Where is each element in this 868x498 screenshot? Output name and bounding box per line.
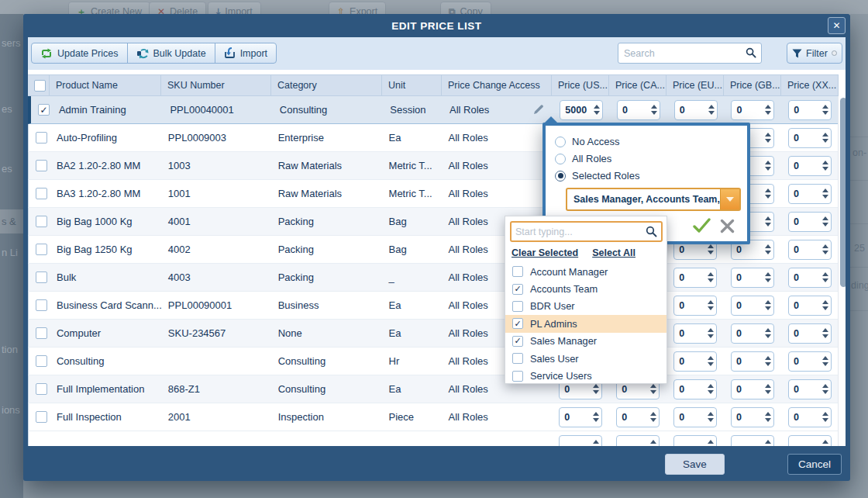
spinner-arrows-icon[interactable] xyxy=(706,105,717,115)
column-header[interactable]: Price Change Access xyxy=(442,75,552,95)
role-checkbox[interactable]: ✓ xyxy=(512,336,523,347)
spinner-arrows-icon[interactable] xyxy=(648,384,659,394)
spinner-arrows-icon[interactable] xyxy=(763,300,773,310)
spinner-arrows-icon[interactable] xyxy=(591,105,602,115)
price-input[interactable]: 5000 xyxy=(560,100,603,120)
price-input[interactable]: 0 xyxy=(731,379,774,399)
price-input[interactable]: 0 xyxy=(788,100,832,120)
spinner-arrows-icon[interactable] xyxy=(591,412,601,422)
row-checkbox[interactable] xyxy=(36,244,47,255)
price-input[interactable] xyxy=(673,435,717,447)
spinner-arrows-icon[interactable] xyxy=(763,328,773,338)
spinner-arrows-icon[interactable] xyxy=(763,384,773,394)
role-checkbox[interactable] xyxy=(512,353,523,364)
column-header[interactable]: Price (XX... xyxy=(781,75,839,95)
filter-button[interactable]: Filter xyxy=(787,43,842,64)
spinner-arrows-icon[interactable] xyxy=(705,384,716,394)
row-checkbox[interactable] xyxy=(36,327,47,339)
role-checkbox[interactable]: ✓ xyxy=(512,284,523,295)
spinner-arrows-icon[interactable] xyxy=(763,216,773,227)
spinner-arrows-icon[interactable] xyxy=(763,272,773,282)
spinner-arrows-icon[interactable] xyxy=(705,440,716,446)
close-icon[interactable]: ✕ xyxy=(828,17,846,34)
vertical-scrollbar[interactable] xyxy=(838,96,846,446)
cancel-button[interactable]: Cancel xyxy=(787,454,842,475)
spinner-arrows-icon[interactable] xyxy=(648,412,659,422)
selected-roles-dropdown[interactable]: Sales Manager, Accounts Team, ... xyxy=(566,188,741,211)
price-input[interactable] xyxy=(559,435,602,447)
table-row[interactable]: ✓Admin TrainingPPL00040001ConsultingSess… xyxy=(28,96,839,124)
spinner-arrows-icon[interactable] xyxy=(820,105,831,115)
role-checkbox[interactable] xyxy=(512,266,523,277)
scrollbar-thumb[interactable] xyxy=(840,98,846,287)
price-input[interactable]: 0 xyxy=(788,212,832,232)
column-header[interactable]: Unit xyxy=(382,75,442,95)
role-checkbox[interactable] xyxy=(512,371,523,382)
spinner-arrows-icon[interactable] xyxy=(649,105,660,115)
radio-option-selected-roles[interactable]: Selected Roles xyxy=(555,170,639,182)
update-prices-button[interactable]: Update Prices xyxy=(31,43,128,64)
price-input[interactable]: 0 xyxy=(788,128,832,148)
spinner-arrows-icon[interactable] xyxy=(820,272,831,282)
column-header[interactable]: SKU Number xyxy=(161,75,271,95)
row-checkbox[interactable] xyxy=(36,216,47,227)
price-input[interactable]: 0 xyxy=(673,407,717,427)
price-input[interactable]: 0 xyxy=(673,268,717,288)
price-input[interactable]: 0 xyxy=(788,379,832,399)
price-input[interactable]: 0 xyxy=(788,407,832,427)
price-input[interactable]: 0 xyxy=(674,100,718,120)
column-header[interactable]: Category xyxy=(271,75,382,95)
spinner-arrows-icon[interactable] xyxy=(763,105,773,115)
spinner-arrows-icon[interactable] xyxy=(705,412,716,422)
spinner-arrows-icon[interactable] xyxy=(705,356,716,366)
price-input[interactable]: 0 xyxy=(731,351,774,372)
spinner-arrows-icon[interactable] xyxy=(763,440,773,446)
role-checkbox[interactable]: ✓ xyxy=(512,318,523,329)
spinner-arrows-icon[interactable] xyxy=(820,133,831,143)
roles-search-input[interactable] xyxy=(515,223,639,240)
radio-icon[interactable] xyxy=(555,154,566,164)
edit-pencil-icon[interactable] xyxy=(532,103,545,116)
chevron-down-icon[interactable] xyxy=(720,189,739,209)
spinner-arrows-icon[interactable] xyxy=(820,216,831,227)
table-row[interactable]: ConsultingConsultingHrAll Roles00000 xyxy=(28,348,839,375)
spinner-arrows-icon[interactable] xyxy=(648,440,659,446)
price-input[interactable]: 0 xyxy=(788,296,832,316)
role-checkbox[interactable] xyxy=(512,301,523,312)
price-input[interactable]: 0 xyxy=(788,323,832,344)
price-input[interactable]: 0 xyxy=(788,240,832,260)
role-option-service-users[interactable]: Service Users xyxy=(505,367,666,384)
radio-icon[interactable] xyxy=(555,171,566,182)
spinner-arrows-icon[interactable] xyxy=(591,440,601,446)
price-input[interactable] xyxy=(731,435,774,447)
spinner-arrows-icon[interactable] xyxy=(763,356,773,366)
confirm-check-icon[interactable] xyxy=(693,218,711,233)
row-checkbox[interactable] xyxy=(36,355,47,367)
price-input[interactable]: 0 xyxy=(731,100,774,120)
save-button[interactable]: Save xyxy=(665,454,725,475)
role-option-pl-admins[interactable]: ✓PL Admins xyxy=(505,315,666,332)
bulk-update-button[interactable]: Bulk Update xyxy=(127,43,215,64)
spinner-arrows-icon[interactable] xyxy=(763,133,773,143)
spinner-arrows-icon[interactable] xyxy=(591,384,601,394)
import-button[interactable]: Import xyxy=(215,43,277,64)
role-option-bdr-user[interactable]: BDR User xyxy=(505,298,666,315)
column-header[interactable]: Price (EU... xyxy=(666,75,724,95)
row-checkbox[interactable] xyxy=(36,299,47,311)
price-input[interactable]: 0 xyxy=(673,323,717,344)
search-input[interactable] xyxy=(624,44,740,62)
price-input[interactable]: 0 xyxy=(616,407,660,427)
price-input[interactable]: 0 xyxy=(731,407,774,427)
spinner-arrows-icon[interactable] xyxy=(705,244,716,254)
column-header[interactable]: Price (GB... xyxy=(724,75,781,95)
price-input[interactable] xyxy=(616,435,660,447)
spinner-arrows-icon[interactable] xyxy=(820,188,831,199)
spinner-arrows-icon[interactable] xyxy=(763,244,773,254)
price-input[interactable]: 0 xyxy=(731,323,774,344)
spinner-arrows-icon[interactable] xyxy=(820,356,831,366)
row-checkbox[interactable] xyxy=(36,383,47,395)
price-input[interactable] xyxy=(788,435,832,447)
role-option-sales-user[interactable]: Sales User xyxy=(505,350,666,367)
spinner-arrows-icon[interactable] xyxy=(763,161,773,171)
column-header[interactable]: Price (US... xyxy=(552,75,609,95)
